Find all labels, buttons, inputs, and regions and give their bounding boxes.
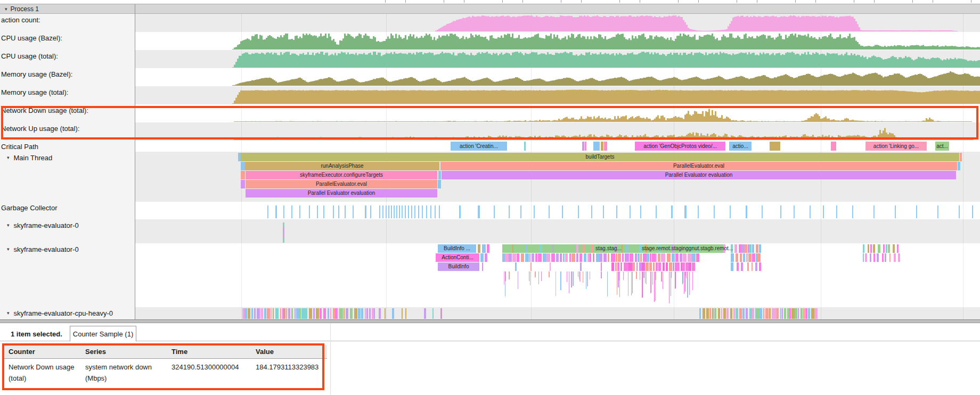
slice[interactable]: [888, 244, 890, 253]
slice[interactable]: [636, 262, 638, 271]
gc-tick[interactable]: [972, 205, 973, 218]
gc-tick[interactable]: [494, 205, 495, 218]
slice[interactable]: [244, 308, 247, 319]
gc-tick[interactable]: [353, 205, 354, 218]
slice[interactable]: [741, 262, 744, 271]
column-header-series[interactable]: Series: [85, 348, 106, 356]
slice[interactable]: [746, 253, 748, 262]
slice[interactable]: [658, 253, 660, 262]
gc-tick[interactable]: [388, 205, 389, 218]
slice[interactable]: [550, 262, 551, 271]
slice[interactable]: [801, 308, 803, 319]
slice[interactable]: [692, 262, 695, 271]
slice[interactable]: [752, 262, 753, 271]
gc-tick[interactable]: [267, 205, 268, 218]
slice[interactable]: skyframeExecutor.configureTargets: [246, 171, 437, 179]
track-label-cpu-total[interactable]: CPU usage (total):: [0, 50, 135, 68]
slice[interactable]: [678, 262, 680, 271]
slice[interactable]: [593, 142, 600, 151]
slice[interactable]: [365, 308, 366, 319]
slice[interactable]: [675, 253, 679, 262]
gc-tick[interactable]: [591, 205, 592, 218]
panel-splitter[interactable]: [0, 319, 980, 323]
gc-tick[interactable]: [459, 205, 461, 218]
slice[interactable]: [749, 244, 752, 253]
slice[interactable]: [741, 244, 744, 253]
gc-tick[interactable]: [405, 205, 406, 218]
gc-tick[interactable]: [275, 205, 277, 218]
slice[interactable]: [525, 253, 528, 262]
slice[interactable]: [699, 308, 701, 319]
slice[interactable]: [743, 253, 745, 262]
gc-tick[interactable]: [317, 205, 318, 218]
gc-tick[interactable]: [399, 205, 400, 218]
slice[interactable]: [759, 262, 761, 271]
slice[interactable]: [585, 142, 586, 151]
column-header-counter[interactable]: Counter: [9, 348, 35, 356]
track-label-skyframe-evaluator-0b[interactable]: ▾skyframe-evaluator-0: [0, 243, 135, 307]
column-header-value[interactable]: Value: [256, 348, 274, 356]
slice[interactable]: [608, 253, 609, 262]
slice[interactable]: [706, 308, 709, 319]
slice[interactable]: [517, 253, 519, 262]
gc-tick[interactable]: [671, 205, 673, 218]
slice[interactable]: [320, 308, 322, 319]
slice[interactable]: [731, 262, 733, 271]
collapse-arrow-icon[interactable]: ▾: [7, 155, 10, 160]
slice[interactable]: [551, 253, 555, 262]
slice[interactable]: [770, 142, 780, 151]
slice[interactable]: [328, 308, 329, 319]
gc-tick[interactable]: [426, 205, 427, 218]
slice[interactable]: [280, 308, 282, 319]
slice[interactable]: [580, 262, 581, 271]
counter-chart-mem-total[interactable]: [135, 86, 980, 106]
slice[interactable]: [438, 171, 441, 179]
slice[interactable]: [683, 253, 687, 262]
slice[interactable]: [611, 262, 614, 271]
slice[interactable]: [566, 244, 567, 253]
slice[interactable]: [663, 262, 665, 271]
gc-tick[interactable]: [394, 205, 395, 218]
slice[interactable]: action 'Creatin...: [451, 142, 507, 151]
slice[interactable]: [576, 253, 578, 262]
slice[interactable]: [556, 253, 558, 262]
gc-tick[interactable]: [714, 205, 715, 218]
slice[interactable]: [275, 308, 279, 319]
slice[interactable]: [642, 262, 645, 271]
gc-tick[interactable]: [402, 205, 403, 218]
slice[interactable]: [723, 308, 726, 319]
slice[interactable]: [261, 308, 264, 319]
slice[interactable]: [591, 244, 593, 253]
slice[interactable]: [682, 262, 685, 271]
slice[interactable]: [620, 262, 622, 271]
slice[interactable]: [873, 253, 876, 262]
counter-chart-cpu-bazel[interactable]: [135, 32, 980, 52]
slice[interactable]: [604, 142, 607, 151]
collapse-arrow-icon[interactable]: ▾: [7, 310, 10, 316]
slice[interactable]: [877, 253, 879, 262]
slice[interactable]: [301, 308, 305, 319]
slice[interactable]: [313, 308, 315, 319]
slice[interactable]: [241, 171, 245, 179]
slice[interactable]: buildTargets: [241, 153, 959, 161]
slice[interactable]: [774, 308, 777, 319]
gc-tick[interactable]: [852, 205, 853, 218]
slice[interactable]: [638, 253, 639, 262]
gc-tick[interactable]: [873, 205, 875, 218]
slice[interactable]: [485, 253, 487, 262]
track-label-net-down[interactable]: Network Down usage (total):: [0, 104, 135, 122]
slice[interactable]: [584, 253, 586, 262]
slice[interactable]: [755, 262, 757, 271]
slice[interactable]: [291, 308, 293, 319]
gc-tick[interactable]: [698, 205, 699, 218]
gc-tick[interactable]: [509, 205, 510, 218]
slice[interactable]: [622, 244, 623, 253]
slice[interactable]: [271, 308, 272, 319]
counter-chart-net-down[interactable]: [135, 104, 980, 125]
slice[interactable]: [632, 262, 635, 271]
slice[interactable]: [530, 262, 532, 271]
slice[interactable]: [737, 262, 739, 271]
slice[interactable]: [740, 253, 742, 262]
slice[interactable]: [622, 253, 624, 262]
gc-tick[interactable]: [345, 205, 346, 218]
